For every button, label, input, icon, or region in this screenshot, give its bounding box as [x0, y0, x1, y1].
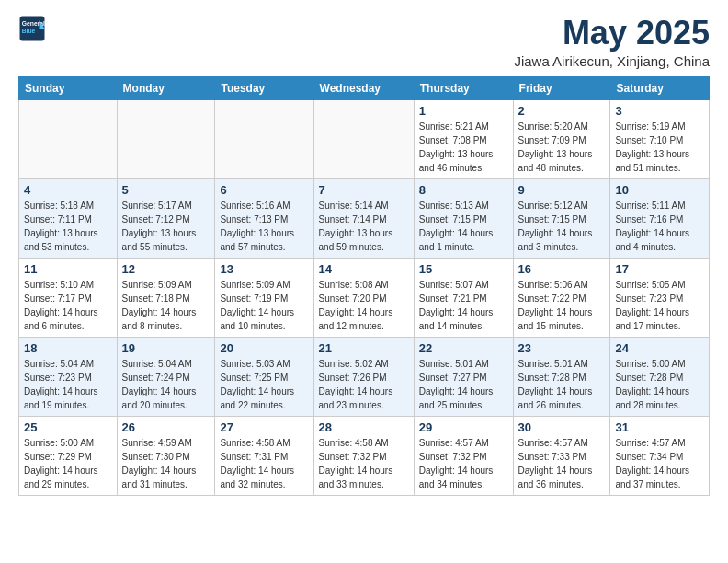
day-number: 7: [319, 183, 409, 197]
day-number: 5: [122, 183, 210, 197]
day-number: 27: [220, 420, 308, 434]
calendar-week-row: 4Sunrise: 5:18 AM Sunset: 7:11 PM Daylig…: [19, 178, 710, 258]
day-info: Sunrise: 5:14 AM Sunset: 7:14 PM Dayligh…: [319, 199, 409, 254]
day-info: Sunrise: 4:57 AM Sunset: 7:32 PM Dayligh…: [419, 436, 508, 491]
day-number: 26: [122, 420, 210, 434]
day-info: Sunrise: 5:01 AM Sunset: 7:27 PM Dayligh…: [419, 357, 508, 412]
table-row: 16Sunrise: 5:06 AM Sunset: 7:22 PM Dayli…: [513, 258, 610, 337]
day-info: Sunrise: 5:10 AM Sunset: 7:17 PM Dayligh…: [24, 278, 112, 333]
table-row: 30Sunrise: 4:57 AM Sunset: 7:33 PM Dayli…: [513, 416, 610, 495]
table-row: 23Sunrise: 5:01 AM Sunset: 7:28 PM Dayli…: [513, 337, 610, 416]
col-saturday: Saturday: [610, 76, 710, 99]
table-row: 12Sunrise: 5:09 AM Sunset: 7:18 PM Dayli…: [117, 258, 215, 337]
table-row: 31Sunrise: 4:57 AM Sunset: 7:34 PM Dayli…: [610, 416, 710, 495]
title-block: May 2025 Jiawa Airikecun, Xinjiang, Chin…: [514, 15, 710, 69]
day-info: Sunrise: 5:19 AM Sunset: 7:10 PM Dayligh…: [615, 120, 704, 175]
table-row: 9Sunrise: 5:12 AM Sunset: 7:15 PM Daylig…: [513, 178, 610, 258]
day-info: Sunrise: 5:06 AM Sunset: 7:22 PM Dayligh…: [518, 278, 606, 333]
calendar-header-row: Sunday Monday Tuesday Wednesday Thursday…: [19, 76, 710, 99]
day-number: 29: [419, 420, 508, 434]
table-row: 18Sunrise: 5:04 AM Sunset: 7:23 PM Dayli…: [19, 337, 118, 416]
day-number: 4: [24, 183, 112, 197]
col-friday: Friday: [513, 76, 610, 99]
table-row: 8Sunrise: 5:13 AM Sunset: 7:15 PM Daylig…: [414, 178, 513, 258]
day-number: 12: [122, 262, 210, 276]
day-info: Sunrise: 5:04 AM Sunset: 7:24 PM Dayligh…: [122, 357, 210, 412]
day-info: Sunrise: 5:04 AM Sunset: 7:23 PM Dayligh…: [24, 357, 112, 412]
day-number: 14: [319, 262, 409, 276]
calendar-table: Sunday Monday Tuesday Wednesday Thursday…: [18, 76, 710, 496]
table-row: 22Sunrise: 5:01 AM Sunset: 7:27 PM Dayli…: [414, 337, 513, 416]
calendar-week-row: 1Sunrise: 5:21 AM Sunset: 7:08 PM Daylig…: [19, 99, 710, 178]
day-number: 15: [419, 262, 508, 276]
table-row: 5Sunrise: 5:17 AM Sunset: 7:12 PM Daylig…: [117, 178, 215, 258]
day-info: Sunrise: 5:03 AM Sunset: 7:25 PM Dayligh…: [220, 357, 308, 412]
table-row: 20Sunrise: 5:03 AM Sunset: 7:25 PM Dayli…: [215, 337, 313, 416]
day-number: 3: [615, 104, 704, 118]
table-row: 19Sunrise: 5:04 AM Sunset: 7:24 PM Dayli…: [117, 337, 215, 416]
day-number: 28: [319, 420, 409, 434]
calendar-week-row: 25Sunrise: 5:00 AM Sunset: 7:29 PM Dayli…: [19, 416, 710, 495]
day-number: 18: [24, 341, 112, 355]
day-info: Sunrise: 4:59 AM Sunset: 7:30 PM Dayligh…: [122, 436, 210, 491]
col-thursday: Thursday: [414, 76, 513, 99]
day-info: Sunrise: 5:05 AM Sunset: 7:23 PM Dayligh…: [615, 278, 704, 333]
logo-icon: General Blue: [18, 15, 46, 42]
calendar-week-row: 11Sunrise: 5:10 AM Sunset: 7:17 PM Dayli…: [19, 258, 710, 337]
day-number: 21: [319, 341, 409, 355]
table-row: 21Sunrise: 5:02 AM Sunset: 7:26 PM Dayli…: [313, 337, 414, 416]
day-number: 25: [24, 420, 112, 434]
table-row: 7Sunrise: 5:14 AM Sunset: 7:14 PM Daylig…: [313, 178, 414, 258]
day-info: Sunrise: 4:57 AM Sunset: 7:34 PM Dayligh…: [615, 436, 704, 491]
table-row: 26Sunrise: 4:59 AM Sunset: 7:30 PM Dayli…: [117, 416, 215, 495]
table-row: 1Sunrise: 5:21 AM Sunset: 7:08 PM Daylig…: [414, 99, 513, 178]
table-row: 4Sunrise: 5:18 AM Sunset: 7:11 PM Daylig…: [19, 178, 118, 258]
table-row: 25Sunrise: 5:00 AM Sunset: 7:29 PM Dayli…: [19, 416, 118, 495]
day-number: 9: [518, 183, 606, 197]
day-number: 17: [615, 262, 704, 276]
day-info: Sunrise: 4:57 AM Sunset: 7:33 PM Dayligh…: [518, 436, 606, 491]
day-number: 2: [518, 104, 606, 118]
day-info: Sunrise: 5:11 AM Sunset: 7:16 PM Dayligh…: [615, 199, 704, 254]
day-info: Sunrise: 5:16 AM Sunset: 7:13 PM Dayligh…: [220, 199, 308, 254]
day-number: 30: [518, 420, 606, 434]
day-info: Sunrise: 5:09 AM Sunset: 7:19 PM Dayligh…: [220, 278, 308, 333]
day-info: Sunrise: 5:13 AM Sunset: 7:15 PM Dayligh…: [419, 199, 508, 254]
table-row: 3Sunrise: 5:19 AM Sunset: 7:10 PM Daylig…: [610, 99, 710, 178]
day-number: 10: [615, 183, 704, 197]
day-number: 8: [419, 183, 508, 197]
day-number: 19: [122, 341, 210, 355]
day-number: 1: [419, 104, 508, 118]
table-row: 6Sunrise: 5:16 AM Sunset: 7:13 PM Daylig…: [215, 178, 313, 258]
day-info: Sunrise: 4:58 AM Sunset: 7:32 PM Dayligh…: [319, 436, 409, 491]
calendar-week-row: 18Sunrise: 5:04 AM Sunset: 7:23 PM Dayli…: [19, 337, 710, 416]
table-row: 24Sunrise: 5:00 AM Sunset: 7:28 PM Dayli…: [610, 337, 710, 416]
day-info: Sunrise: 5:08 AM Sunset: 7:20 PM Dayligh…: [319, 278, 409, 333]
col-monday: Monday: [117, 76, 215, 99]
day-number: 24: [615, 341, 704, 355]
day-info: Sunrise: 5:09 AM Sunset: 7:18 PM Dayligh…: [122, 278, 210, 333]
day-info: Sunrise: 5:18 AM Sunset: 7:11 PM Dayligh…: [24, 199, 112, 254]
day-number: 16: [518, 262, 606, 276]
day-info: Sunrise: 4:58 AM Sunset: 7:31 PM Dayligh…: [220, 436, 308, 491]
location: Jiawa Airikecun, Xinjiang, China: [514, 53, 710, 69]
table-row: 13Sunrise: 5:09 AM Sunset: 7:19 PM Dayli…: [215, 258, 313, 337]
table-row: 29Sunrise: 4:57 AM Sunset: 7:32 PM Dayli…: [414, 416, 513, 495]
day-number: 20: [220, 341, 308, 355]
table-row: 28Sunrise: 4:58 AM Sunset: 7:32 PM Dayli…: [313, 416, 414, 495]
day-info: Sunrise: 5:07 AM Sunset: 7:21 PM Dayligh…: [419, 278, 508, 333]
day-info: Sunrise: 5:02 AM Sunset: 7:26 PM Dayligh…: [319, 357, 409, 412]
col-wednesday: Wednesday: [313, 76, 414, 99]
day-info: Sunrise: 5:12 AM Sunset: 7:15 PM Dayligh…: [518, 199, 606, 254]
day-number: 11: [24, 262, 112, 276]
day-info: Sunrise: 5:21 AM Sunset: 7:08 PM Dayligh…: [419, 120, 508, 175]
day-info: Sunrise: 5:20 AM Sunset: 7:09 PM Dayligh…: [518, 120, 606, 175]
day-number: 13: [220, 262, 308, 276]
day-info: Sunrise: 5:01 AM Sunset: 7:28 PM Dayligh…: [518, 357, 606, 412]
header: General Blue May 2025 Jiawa Airikecun, X…: [18, 15, 710, 69]
table-row: [215, 99, 313, 178]
logo: General Blue: [18, 15, 46, 42]
col-sunday: Sunday: [19, 76, 118, 99]
table-row: 2Sunrise: 5:20 AM Sunset: 7:09 PM Daylig…: [513, 99, 610, 178]
table-row: 11Sunrise: 5:10 AM Sunset: 7:17 PM Dayli…: [19, 258, 118, 337]
